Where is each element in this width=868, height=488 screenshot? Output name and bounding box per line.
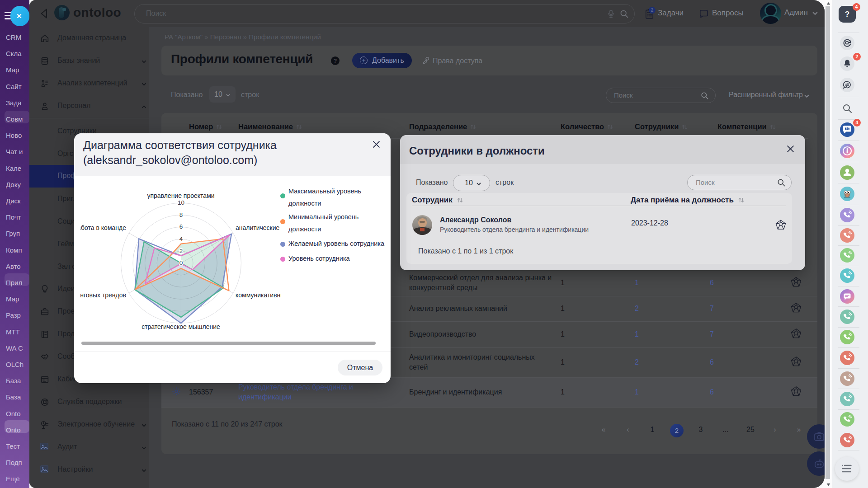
svg-text:10: 10 [178, 199, 184, 206]
svg-text:6: 6 [179, 223, 183, 230]
svg-text:0: 0 [179, 259, 183, 266]
svg-text:4: 4 [179, 235, 183, 242]
svg-text:8: 8 [179, 211, 183, 218]
svg-text:2: 2 [179, 248, 183, 254]
